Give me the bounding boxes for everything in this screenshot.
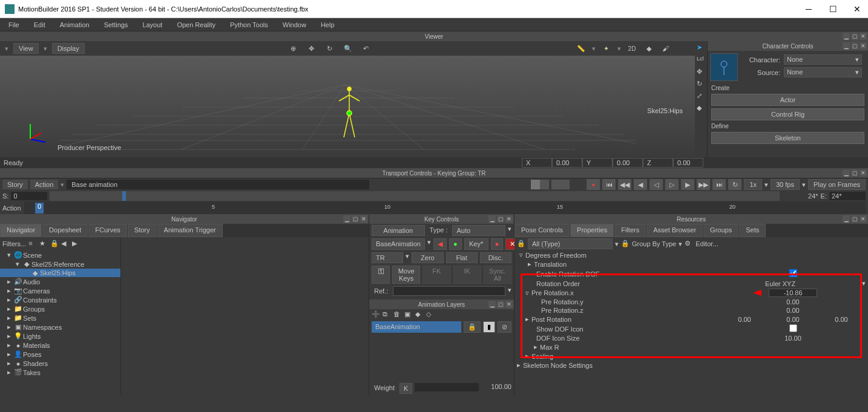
viewport[interactable]: Producer Perspective Skel25:Hips <box>0 56 695 157</box>
menu-help[interactable]: Help <box>315 20 341 30</box>
zero-button[interactable]: Zero <box>412 252 443 263</box>
tree-item-lights[interactable]: ▸💡Lights <box>0 332 120 341</box>
frame-marker[interactable]: 0 <box>35 203 44 214</box>
rotorder-dropdown-icon[interactable]: ▾ <box>862 280 866 287</box>
coord-z-value[interactable]: 0.00 <box>673 158 703 168</box>
end-frame-input[interactable]: 24* <box>829 192 866 200</box>
nav-close-icon[interactable]: ✕ <box>360 215 367 223</box>
step-fwd-button[interactable]: ▶▶ <box>697 179 710 190</box>
next-key-icon[interactable]: ● <box>491 238 504 250</box>
ruler-dropdown-icon[interactable]: ▾ <box>592 45 596 53</box>
animation-toggle[interactable]: Animation <box>372 225 425 236</box>
layers-min-icon[interactable]: ▁ <box>488 301 496 308</box>
actor-button[interactable]: Actor <box>711 94 864 106</box>
goto-end-button[interactable]: ⏭ <box>712 179 726 190</box>
brush-tool-icon[interactable]: 🖌 <box>660 42 672 54</box>
timeline-slider[interactable] <box>50 191 779 201</box>
char-close-icon[interactable]: ✕ <box>860 42 867 50</box>
tab-filters[interactable]: Filters <box>614 224 646 237</box>
nav-min-icon[interactable]: ▁ <box>343 215 350 223</box>
tree-item-skel25-reference[interactable]: ▾◆Skel25:Reference <box>0 260 120 269</box>
tab-dopesheet[interactable]: Dopesheet <box>42 224 88 237</box>
close-button[interactable]: ✕ <box>851 3 863 15</box>
transport-max-icon[interactable]: ▢ <box>851 169 858 177</box>
nav-max-icon[interactable]: ▢ <box>352 215 359 223</box>
tr-dropdown-icon[interactable]: ▾ <box>406 252 409 263</box>
filter-dropdown-icon[interactable]: ▾ <box>615 240 619 248</box>
tab-pose-controls[interactable]: Pose Controls <box>515 224 570 237</box>
zoom-tool-icon[interactable]: 🔍 <box>342 42 354 54</box>
prop-lock2-icon[interactable]: 🔒 <box>621 240 630 248</box>
snap-icon[interactable]: ✦ <box>600 42 613 54</box>
tr-select[interactable]: TR <box>372 252 403 263</box>
filter-type-select[interactable]: All (Type) <box>528 238 613 249</box>
tree-item-skel25-hips[interactable]: ◆Skel25:Hips <box>0 269 120 277</box>
tab-anim-trigger[interactable]: Animation Trigger <box>157 224 223 237</box>
tab-groups[interactable]: Groups <box>703 224 738 237</box>
fps-selector[interactable]: 30 fps <box>771 179 800 190</box>
control-rig-button[interactable]: Control Rig <box>711 108 864 120</box>
nav-back-icon[interactable]: ◀ <box>61 240 70 248</box>
menu-open-reality[interactable]: Open Reality <box>171 20 222 30</box>
dof-header[interactable]: Degrees of Freedom <box>523 252 866 259</box>
ref-dropdown-icon[interactable]: ▾ <box>508 286 511 296</box>
key-link-icon[interactable]: ⚿ <box>372 266 390 284</box>
nav-fwd-icon[interactable]: ▶ <box>72 240 81 248</box>
menu-edit[interactable]: Edit <box>28 20 51 30</box>
skeleton-button[interactable]: Skeleton <box>711 132 864 144</box>
menu-animation[interactable]: Animation <box>54 20 96 30</box>
prev-key-icon[interactable]: ◀ <box>433 238 447 250</box>
tree-item-takes[interactable]: ▸🎬Takes <box>0 368 120 377</box>
key-close-icon[interactable]: ✕ <box>505 215 513 223</box>
playback-rate[interactable]: 1x <box>744 179 762 190</box>
move-tool-icon[interactable]: ✥ <box>306 42 318 54</box>
tree-item-audio[interactable]: ▸🔊Audio <box>0 277 120 286</box>
action-timeline[interactable]: 0 5 10 15 20 <box>24 201 866 215</box>
story-tab[interactable]: Story <box>2 180 28 189</box>
sync-all-button[interactable]: Sync. All <box>484 266 511 284</box>
editor-gear-icon[interactable]: ⚙ <box>685 240 693 248</box>
play-forward-button[interactable]: ▷ <box>665 179 679 190</box>
dup-layer-icon[interactable]: ⧉ <box>383 310 391 319</box>
res-max-icon[interactable]: ▢ <box>851 215 858 223</box>
tab-sets[interactable]: Sets <box>739 224 766 237</box>
menu-python-tools[interactable]: Python Tools <box>224 20 274 30</box>
ik-button[interactable]: IK <box>453 266 481 284</box>
source-select[interactable]: None▾ <box>784 67 862 77</box>
display-button[interactable]: Display <box>52 43 85 54</box>
weight-key-icon[interactable]: K <box>399 383 412 394</box>
rotate-tool-icon[interactable]: ↻ <box>324 42 336 54</box>
transport-min-icon[interactable]: ▁ <box>843 169 850 177</box>
ref-input[interactable] <box>393 286 505 296</box>
cursor-icon[interactable]: ➤ <box>697 44 705 52</box>
undo-tool-icon[interactable]: ↶ <box>360 42 372 54</box>
lcl-icon[interactable]: Lcl <box>697 56 705 64</box>
rate-dropdown-icon[interactable]: ▾ <box>764 181 768 189</box>
maximize-button[interactable]: ☐ <box>827 3 839 15</box>
del-layer-icon[interactable]: 🗑 <box>393 310 402 319</box>
key-button[interactable]: Key* <box>464 238 488 250</box>
weight-slider[interactable] <box>415 383 479 391</box>
flat-button[interactable]: Flat <box>446 252 478 263</box>
filter-lock-icon[interactable]: 🔒 <box>50 240 59 248</box>
fk-button[interactable]: FK <box>422 266 450 284</box>
tab-navigator[interactable]: Navigator <box>0 224 42 237</box>
transform-icon[interactable]: ◆ <box>697 104 705 113</box>
tree-item-constraints[interactable]: ▸🔗Constraints <box>0 295 120 304</box>
play-mode-selector[interactable]: Play on Frames <box>808 179 866 190</box>
ruler-icon[interactable]: 📏 <box>575 42 587 54</box>
fps-dropdown-icon[interactable]: ▾ <box>802 181 806 189</box>
disc-button[interactable]: Disc. <box>480 252 511 263</box>
tree-item-poses[interactable]: ▸👤Poses <box>0 350 120 359</box>
layer-base-animation[interactable]: BaseAnimation <box>372 321 461 333</box>
viewer-dropdown-left[interactable]: ▾ <box>5 45 8 53</box>
record-button[interactable]: ● <box>587 179 600 190</box>
tab-asset-browser[interactable]: Asset Browser <box>646 224 703 237</box>
tab-properties[interactable]: Properties <box>570 224 614 237</box>
viewer-max-icon[interactable]: ▢ <box>851 33 858 40</box>
res-min-icon[interactable]: ▁ <box>843 215 850 223</box>
coord-y-value[interactable]: 0.00 <box>613 158 643 168</box>
timeline-playhead[interactable] <box>122 191 126 201</box>
key-dot-icon[interactable]: ● <box>449 238 462 250</box>
view-button[interactable]: View <box>13 43 39 54</box>
